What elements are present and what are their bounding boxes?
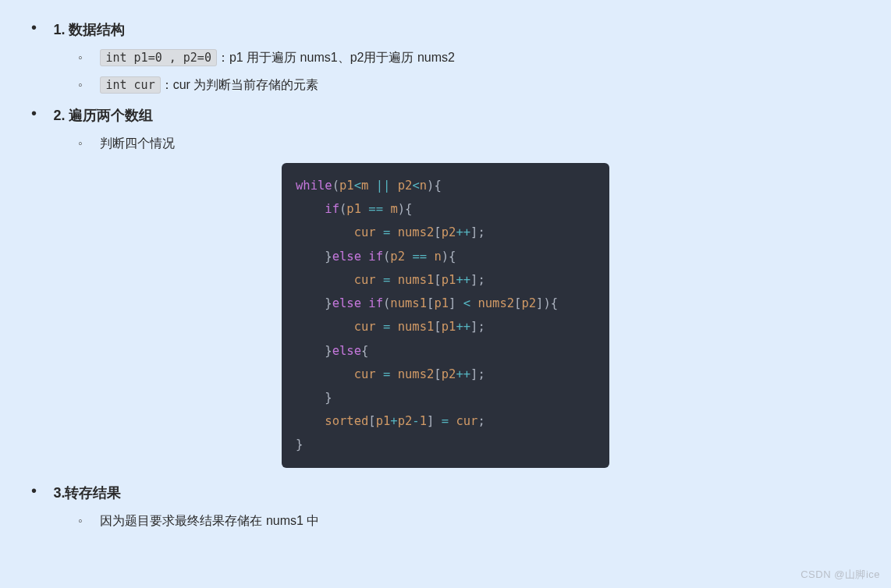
section-3-heading: 3.转存结果 xyxy=(53,485,121,501)
item-text: 因为题目要求最终结果存储在 nums1 中 xyxy=(100,514,319,527)
inline-code: int p1=0 , p2=0 xyxy=(100,49,216,66)
code-block: while(p1<m || p2<n){ if(p1 == m){ cur = … xyxy=(282,163,609,468)
section-2-item-0: 判断四个情况 xyxy=(78,136,860,152)
section-3: 3.转存结果 因为题目要求最终结果存储在 nums1 中 xyxy=(31,482,860,530)
item-text: 判断四个情况 xyxy=(100,136,175,150)
document-body: 1. 数据结构 int p1=0 , p2=0：p1 用于遍历 nums1、p2… xyxy=(0,0,891,530)
section-1: 1. 数据结构 int p1=0 , p2=0：p1 用于遍历 nums1、p2… xyxy=(31,19,860,94)
section-1-item-1: int cur：cur 为判断当前存储的元素 xyxy=(78,77,860,94)
section-2-heading: 2. 遍历两个数组 xyxy=(53,108,153,123)
item-desc: ：cur 为判断当前存储的元素 xyxy=(161,78,319,91)
item-desc: ：p1 用于遍历 nums1、p2用于遍历 nums2 xyxy=(217,51,455,64)
watermark: CSDN @山脚ice xyxy=(800,568,880,582)
section-1-heading: 1. 数据结构 xyxy=(53,22,125,37)
section-3-item-0: 因为题目要求最终结果存储在 nums1 中 xyxy=(78,513,860,530)
section-1-item-0: int p1=0 , p2=0：p1 用于遍历 nums1、p2用于遍历 num… xyxy=(78,50,860,66)
code-block-wrap: while(p1<m || p2<n){ if(p1 == m){ cur = … xyxy=(31,163,860,468)
section-2: 2. 遍历两个数组 判断四个情况 while(p1<m || p2<n){ if… xyxy=(31,104,860,468)
inline-code: int cur xyxy=(100,76,160,94)
